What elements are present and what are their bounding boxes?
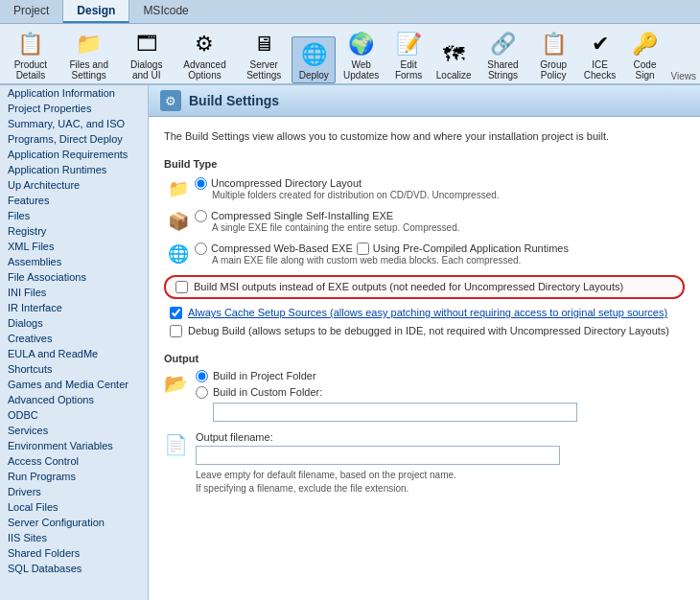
output-section: Output 📂 Build in Project Folder Build i… — [164, 353, 685, 494]
sidebar-item-services[interactable]: Services — [0, 423, 148, 438]
sidebar-item-summary-uac[interactable]: Summary, UAC, and ISO — [0, 116, 148, 131]
web-based-label[interactable]: Compressed Web-Based EXE — [211, 242, 353, 254]
sidebar-item-advanced-options[interactable]: Advanced Options — [0, 392, 148, 407]
sidebar-item-xml-files[interactable]: XML Files — [0, 239, 148, 254]
sidebar-item-iis-sites[interactable]: IIS Sites — [0, 530, 148, 545]
code-sign-icon: 🔑 — [630, 29, 661, 59]
sidebar-item-app-requirements[interactable]: Application Requirements — [0, 147, 148, 162]
tab-msicode[interactable]: MSIcode — [129, 0, 201, 23]
build-in-custom-label[interactable]: Build in Custom Folder: — [213, 386, 322, 398]
ribbon-btn-advanced-options[interactable]: ⚙ Advanced Options — [174, 26, 236, 83]
sidebar-item-ir-interface[interactable]: IR Interface — [0, 300, 148, 315]
tab-project[interactable]: Project — [0, 0, 63, 23]
sidebar-item-project-properties[interactable]: Project Properties — [0, 101, 148, 116]
ribbon-btn-dialogs-ui[interactable]: 🗔 Dialogs and UI — [121, 26, 173, 83]
sidebar-item-programs-direct-deploy[interactable]: Programs, Direct Deploy — [0, 131, 148, 147]
web-updates-label: Web Updates — [341, 59, 381, 81]
output-filename-note-2: If specifying a filename, exclude the fi… — [196, 483, 560, 494]
sidebar-item-assemblies[interactable]: Assemblies — [0, 254, 148, 269]
radio-build-custom-folder[interactable] — [196, 386, 208, 399]
tab-design[interactable]: Design — [63, 0, 129, 23]
ribbon-btn-product-details[interactable]: 📋 Product Details — [4, 26, 58, 83]
sidebar-item-local-files[interactable]: Local Files — [0, 499, 148, 515]
sidebar-item-file-associations[interactable]: File Associations — [0, 269, 148, 285]
sidebar-item-eula-readme[interactable]: EULA and ReadMe — [0, 346, 148, 361]
debug-build-label[interactable]: Debug Build (allows setups to be debugge… — [188, 325, 669, 336]
always-cache-row[interactable]: Always Cache Setup Sources (allows easy … — [164, 305, 685, 321]
sidebar-item-environment-variables[interactable]: Environment Variables — [0, 438, 148, 453]
sidebar-item-ini-files[interactable]: INI Files — [0, 285, 148, 300]
localize-label: Localize — [436, 70, 472, 81]
ribbon-btn-ice-checks[interactable]: ✔ ICE Checks — [578, 26, 622, 83]
ice-checks-label: ICE Checks — [583, 59, 618, 81]
group-policy-icon: 📋 — [538, 29, 569, 59]
radio-build-project-folder[interactable] — [196, 370, 208, 382]
sidebar-item-creatives[interactable]: Creatives — [0, 331, 148, 346]
ribbon-btn-code-sign[interactable]: 🔑 Code Sign — [623, 26, 667, 83]
sidebar-item-up-architecture[interactable]: Up Architecture — [0, 177, 148, 193]
custom-folder-input[interactable] — [213, 403, 577, 422]
ribbon-btn-deploy[interactable]: 🌐 Deploy — [292, 36, 336, 83]
sidebar-item-application-info[interactable]: Application Information — [0, 85, 148, 101]
shared-strings-icon: 🔗 — [487, 29, 518, 59]
ribbon-btn-edit-forms[interactable]: 📝 Edit Forms — [386, 26, 431, 83]
ribbon-btn-localize[interactable]: 🗺 Localize — [432, 36, 476, 83]
checkbox-build-msi[interactable] — [175, 281, 188, 293]
dialogs-ui-label: Dialogs and UI — [126, 59, 168, 81]
sidebar-item-run-programs[interactable]: Run Programs — [0, 469, 148, 484]
debug-build-row[interactable]: Debug Build (allows setups to be debugge… — [164, 323, 685, 339]
ribbon-btn-shared-strings[interactable]: 🔗 Shared Strings — [477, 26, 529, 83]
build-msi-row[interactable]: Build MSI outputs instead of EXE outputs… — [164, 275, 685, 299]
radio-single-exe[interactable] — [195, 210, 207, 222]
uncompressed-desc: Multiple folders created for distributio… — [212, 190, 500, 200]
sidebar-item-access-control[interactable]: Access Control — [0, 453, 148, 469]
checkbox-debug-build[interactable] — [170, 325, 182, 337]
sidebar-item-app-runtimes[interactable]: Application Runtimes — [0, 162, 148, 177]
advanced-options-label: Advanced Options — [178, 59, 231, 81]
edit-forms-label: Edit Forms — [391, 59, 426, 81]
precompiled-label[interactable]: Using Pre-Compiled Application Runtimes — [373, 242, 569, 254]
sidebar-item-drivers[interactable]: Drivers — [0, 484, 148, 499]
server-settings-label: Server Settings — [242, 59, 286, 81]
localize-icon: 🗺 — [438, 39, 469, 70]
sidebar-item-odbc[interactable]: ODBC — [0, 407, 148, 423]
files-settings-label: Files and Settings — [63, 59, 115, 81]
sidebar-item-features[interactable]: Features — [0, 193, 148, 208]
output-folder-icon: 📂 — [164, 372, 188, 395]
build-in-project-label[interactable]: Build in Project Folder — [213, 370, 316, 381]
ribbon-btn-web-updates[interactable]: 🌍 Web Updates — [337, 26, 385, 83]
group-policy-label: Group Policy — [535, 59, 572, 81]
header-icon: ⚙ — [160, 90, 181, 111]
ribbon-btn-files-settings[interactable]: 📁 Files and Settings — [58, 26, 120, 83]
output-filename-input[interactable] — [196, 446, 560, 465]
checkbox-precompiled[interactable] — [357, 242, 369, 255]
ribbon-btn-group-policy[interactable]: 📋 Group Policy — [530, 26, 577, 83]
output-filename-note-1: Leave empty for default filename, based … — [196, 470, 560, 480]
sidebar-item-sql-databases[interactable]: SQL Databases — [0, 561, 148, 576]
always-cache-label[interactable]: Always Cache Setup Sources (allows easy … — [188, 307, 667, 318]
sidebar-item-files[interactable]: Files — [0, 208, 148, 223]
build-option-uncompressed[interactable]: 📁 Uncompressed Directory Layout Multiple… — [164, 175, 685, 202]
sidebar-item-dialogs[interactable]: Dialogs — [0, 315, 148, 331]
build-option-web-based[interactable]: 🌐 Compressed Web-Based EXE Using Pre-Com… — [164, 241, 685, 267]
advanced-options-icon: ⚙ — [189, 29, 220, 59]
checkbox-always-cache[interactable] — [170, 307, 182, 319]
radio-web-based[interactable] — [195, 242, 207, 255]
content-area: ⚙ Build Settings The Build Settings view… — [149, 85, 700, 600]
sidebar-item-shared-folders[interactable]: Shared Folders — [0, 545, 148, 561]
uncompressed-label[interactable]: Uncompressed Directory Layout — [211, 177, 362, 189]
sidebar-item-shortcuts[interactable]: Shortcuts — [0, 361, 148, 377]
build-type-label: Build Type — [164, 158, 685, 170]
dialogs-ui-icon: 🗔 — [131, 29, 162, 59]
radio-uncompressed[interactable] — [195, 177, 207, 190]
ribbon-btn-server-settings[interactable]: 🖥 Server Settings — [237, 26, 291, 83]
single-exe-label[interactable]: Compressed Single Self-Installing EXE — [211, 210, 393, 221]
product-details-label: Product Details — [9, 59, 53, 81]
build-msi-label[interactable]: Build MSI outputs instead of EXE outputs… — [194, 281, 623, 292]
build-option-single-exe[interactable]: 📦 Compressed Single Self-Installing EXE … — [164, 208, 685, 235]
sidebar-item-registry[interactable]: Registry — [0, 223, 148, 239]
output-filename-label: Output filename: — [196, 431, 560, 443]
deploy-icon: 🌐 — [298, 39, 329, 70]
sidebar-item-games-media-center[interactable]: Games and Media Center — [0, 377, 148, 392]
sidebar-item-server-configuration[interactable]: Server Configuration — [0, 515, 148, 530]
